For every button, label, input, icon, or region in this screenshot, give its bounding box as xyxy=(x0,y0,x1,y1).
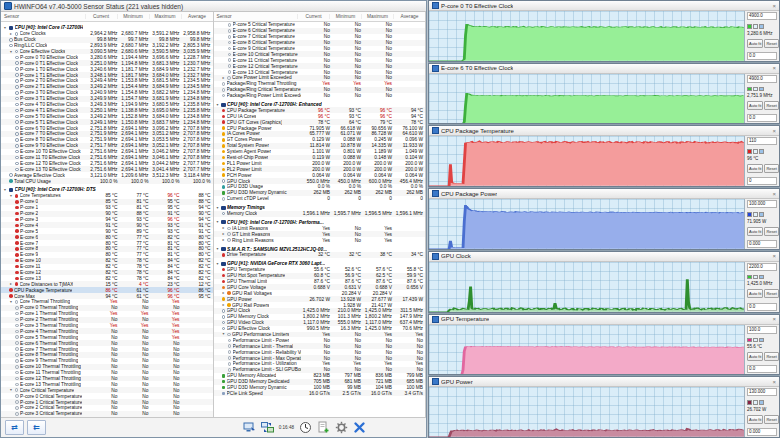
report-log-icon[interactable] xyxy=(316,421,330,434)
collapse-arrow-icon[interactable]: ▾ xyxy=(216,103,220,107)
graph-close-icon[interactable]: × xyxy=(772,128,776,134)
sensor-label-cell: E-core 11 Critical Temperature xyxy=(214,58,302,63)
sensor-name: P-core 2 Critical Temperature xyxy=(20,405,82,410)
status-icon xyxy=(15,318,19,322)
sensor-value-minimum: 99 MB xyxy=(332,385,363,390)
sensor-value-minimum: No xyxy=(120,370,151,375)
auto-fit-button[interactable]: Auto fit xyxy=(747,101,763,110)
collapse-arrow-icon[interactable]: ▾ xyxy=(9,388,13,392)
expand-arrow-icon[interactable]: ▸ xyxy=(222,291,226,295)
reset-button[interactable]: Reset xyxy=(764,352,778,361)
reset-button[interactable]: Reset xyxy=(764,227,778,236)
sensor-row[interactable]: ▸Ring Limit ReasonsYesNoYes xyxy=(214,237,426,243)
collapse-arrow-icon[interactable]: ▾ xyxy=(216,220,220,224)
double-left-arrows-button[interactable]: ⇇ xyxy=(27,420,46,435)
sensor-label-cell: ▾CPU [#0]: Intel Core i7-12700H: Perform… xyxy=(214,220,426,225)
sensor-value-minimum: Yes xyxy=(120,323,151,328)
sensor-name: E-core 9 xyxy=(20,252,38,257)
graph-title: E-core 6 T0 Effective Clock xyxy=(441,65,513,71)
expand-arrow-icon[interactable]: ▸ xyxy=(222,76,226,80)
sensor-name: E-core 13 T0 Effective Clock xyxy=(20,167,81,172)
temp-icon xyxy=(222,120,226,124)
collapse-arrow-icon[interactable]: ▾ xyxy=(222,332,226,336)
settings-gear-icon[interactable] xyxy=(334,421,348,434)
close-icon[interactable] xyxy=(352,421,366,434)
sensor-row[interactable]: Current cTDP Level0000 xyxy=(214,196,426,202)
sensor-row[interactable]: Total CPU Usage100.0 %100.0 %100.0 %100.… xyxy=(1,178,213,184)
auto-fit-button[interactable]: Auto fit xyxy=(747,289,763,298)
collapse-arrow-icon[interactable]: ▾ xyxy=(9,194,13,198)
auto-fit-button[interactable]: Auto fit xyxy=(747,227,763,236)
reset-button[interactable]: Reset xyxy=(764,164,778,173)
graph-close-icon[interactable]: × xyxy=(772,379,776,385)
temp-icon xyxy=(15,206,19,210)
collapse-arrow-icon[interactable]: ▾ xyxy=(9,300,13,304)
sensor-row[interactable]: Memory Clock1,596.1 MHz1,595.7 MHz1,596.… xyxy=(214,211,426,217)
sensor-value-average: 262 MB xyxy=(394,190,425,195)
sensor-name: GPU D3D Memory Dedicated xyxy=(227,379,290,384)
sensor-value-maximum: 62.5 °C xyxy=(363,273,394,278)
sensor-value-average: 59.9 °C xyxy=(394,273,425,278)
sensor-value-average: 1,596.1 MHz xyxy=(394,211,425,216)
memory-icon xyxy=(222,386,226,390)
sensor-value-minimum: No xyxy=(120,347,151,352)
sensor-name: P-core 3 T0 Effective Clock xyxy=(20,90,78,95)
swap-arrows-button[interactable]: ⇄ xyxy=(5,420,24,435)
collapse-arrow-icon[interactable]: ▾ xyxy=(3,26,7,30)
collapse-arrow-icon[interactable]: ▾ xyxy=(216,206,220,210)
expand-arrow-icon[interactable]: ▸ xyxy=(9,32,13,36)
sensor-label-cell: P-core 0 Critical Temperature xyxy=(1,394,89,399)
graph-color-swatches xyxy=(747,212,777,217)
collapse-arrow-icon[interactable]: ▾ xyxy=(216,262,220,266)
expand-arrow-icon[interactable]: ▸ xyxy=(222,303,226,307)
sensor-value-current: Yes xyxy=(89,299,120,304)
sensor-panel-middle[interactable]: SensorCurrentMinimumMaximumAverageP-core… xyxy=(214,12,427,417)
graph-close-icon[interactable]: × xyxy=(772,316,776,322)
expand-arrow-icon[interactable]: ▸ xyxy=(222,232,226,236)
sensor-value-minimum: No xyxy=(120,335,151,340)
graph-close-icon[interactable]: × xyxy=(772,65,776,71)
sensor-value-current: 2,751.9 MHz xyxy=(89,137,120,142)
remote-monitor-icon[interactable] xyxy=(243,421,257,434)
sensor-name: Memory Timings xyxy=(227,205,265,210)
reset-button[interactable]: Reset xyxy=(764,289,778,298)
sync-monitors-icon[interactable] xyxy=(261,421,275,434)
graph-close-icon[interactable]: × xyxy=(772,191,776,197)
sensor-label-cell: E-core 12 xyxy=(1,270,89,275)
sensor-value-maximum: No xyxy=(363,338,394,343)
auto-fit-button[interactable]: Auto fit xyxy=(747,164,763,173)
temp-icon xyxy=(15,259,19,263)
collapse-arrow-icon[interactable]: ▾ xyxy=(9,50,13,54)
sensor-value-maximum: Yes xyxy=(151,329,182,334)
expand-arrow-icon[interactable]: ▸ xyxy=(9,282,13,286)
clock-icon xyxy=(15,162,19,166)
reset-button[interactable]: Reset xyxy=(764,415,778,424)
sensor-row[interactable]: Drive Temperature32 °C32 °C38 °C34 °C xyxy=(214,252,426,258)
temp-icon xyxy=(15,271,19,275)
collapse-arrow-icon[interactable]: ▾ xyxy=(216,247,220,251)
sensor-label-cell: P-core 5 Thermal Throttling xyxy=(1,335,89,340)
sensor-row[interactable]: PCIe Link Speed16.0 GT/s2.5 GT/s16.0 GT/… xyxy=(214,390,426,396)
sensor-panel-left[interactable]: SensorCurrentMinimumMaximumAverage▾CPU [… xyxy=(1,12,214,417)
sensor-name: GT Cores Power xyxy=(227,137,263,142)
reset-button[interactable]: Reset xyxy=(764,101,778,110)
reset-button[interactable]: Reset xyxy=(764,39,778,48)
collapse-arrow-icon[interactable]: ▾ xyxy=(3,188,7,192)
chip-icon xyxy=(221,103,226,107)
expand-arrow-icon[interactable]: ▸ xyxy=(222,226,226,230)
sensor-row[interactable]: Package/Ring Power Limit ExceededNoNoNo xyxy=(214,93,426,99)
sensor-label-cell: GT Cores Power xyxy=(214,137,302,142)
graph-close-icon[interactable]: × xyxy=(772,3,776,9)
expand-arrow-icon[interactable]: ▸ xyxy=(222,238,226,242)
auto-fit-button[interactable]: Auto fit xyxy=(747,352,763,361)
auto-fit-button[interactable]: Auto fit xyxy=(747,39,763,48)
sensor-label-cell: Memory Clock xyxy=(214,211,302,216)
reset-clock-icon[interactable] xyxy=(298,421,312,434)
sensor-value-maximum: 3,590.5 MHz xyxy=(151,49,182,54)
clock-icon xyxy=(222,315,226,319)
sensor-label-cell: ▸GT Limit Reasons xyxy=(214,232,302,237)
graph-close-icon[interactable]: × xyxy=(772,253,776,259)
auto-fit-button[interactable]: Auto fit xyxy=(747,415,763,424)
swatch-2-icon xyxy=(753,400,758,405)
temp-icon xyxy=(222,274,226,278)
